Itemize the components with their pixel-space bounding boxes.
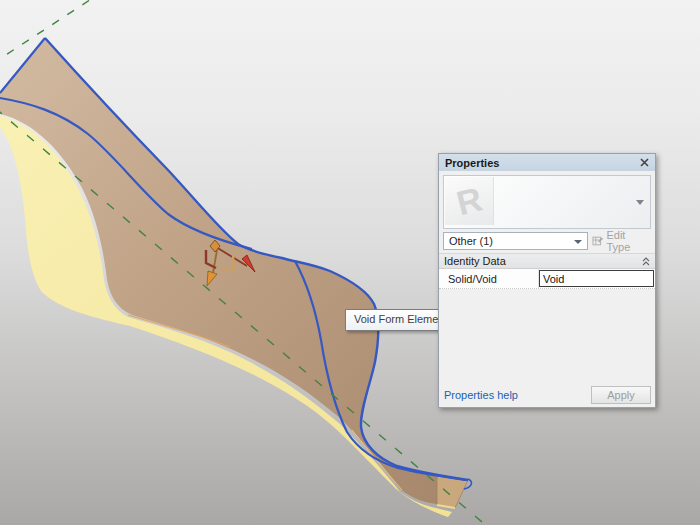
- form-end-cap[interactable]: [437, 476, 468, 508]
- properties-panel: Properties R Other (1): [438, 153, 656, 408]
- apply-button[interactable]: Apply: [591, 386, 651, 404]
- panel-footer: Properties help Apply: [439, 385, 655, 407]
- type-preview-image: R: [445, 177, 494, 225]
- edit-type-label: Edit Type: [606, 229, 650, 253]
- edit-type-button[interactable]: Edit Type: [591, 232, 651, 250]
- element-filter-value: Other (1): [449, 235, 493, 247]
- type-selector[interactable]: R: [443, 175, 651, 229]
- close-icon[interactable]: [640, 158, 649, 167]
- properties-help-link[interactable]: Properties help: [444, 389, 518, 401]
- revit-viewport: Void Form Element : Surface Properties R…: [0, 0, 700, 525]
- section-label: Identity Data: [444, 255, 506, 267]
- edit-type-icon: [592, 235, 603, 247]
- revit-ghost-logo-icon: R: [445, 177, 493, 225]
- collapse-section-icon[interactable]: [642, 257, 650, 266]
- chevron-down-icon: [574, 240, 582, 244]
- section-header-identity-data[interactable]: Identity Data: [439, 253, 655, 269]
- type-selector-dropdown-icon[interactable]: [636, 200, 644, 205]
- svg-text:R: R: [453, 180, 486, 223]
- param-row-solid-void: Solid/Void: [439, 269, 655, 289]
- properties-titlebar[interactable]: Properties: [439, 154, 655, 171]
- properties-title: Properties: [445, 157, 499, 169]
- param-value-input[interactable]: [539, 270, 654, 287]
- parameters-empty-area: [439, 289, 655, 385]
- element-filter-dropdown[interactable]: Other (1): [443, 232, 588, 250]
- param-label: Solid/Void: [439, 269, 539, 288]
